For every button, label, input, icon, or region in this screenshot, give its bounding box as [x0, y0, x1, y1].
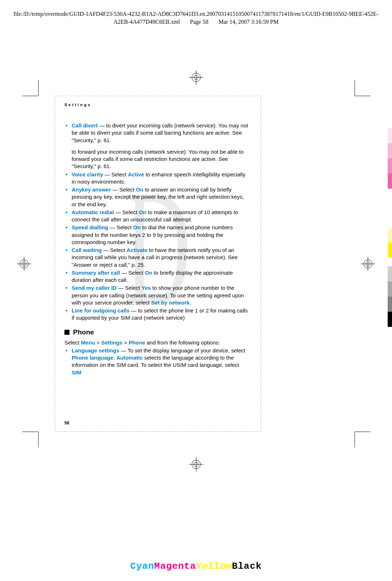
list-paragraph: to forward your incoming calls (network …: [72, 148, 250, 170]
list-item: Call waiting — Select Activate to have t…: [64, 247, 250, 269]
phone-heading: Phone: [64, 328, 250, 336]
header-page: Page 58: [190, 19, 208, 25]
square-bullet-icon: [64, 330, 69, 335]
registration-mark-icon: [189, 457, 203, 472]
list-item: Send my caller ID — Select Yes to show y…: [64, 284, 250, 306]
list-item: Voice clarity — Select Active to enhance…: [64, 171, 250, 186]
color-swatch-bar: [388, 128, 392, 327]
list-item: Summary after call — Select On to briefl…: [64, 269, 250, 284]
list-item: Speed dialling — Select On to dial the n…: [64, 224, 250, 246]
list-item: Line for outgoing calls — to select the …: [64, 307, 250, 322]
page-number: 58: [64, 420, 69, 425]
crop-mark-icon: [22, 432, 38, 432]
crop-mark-icon: [38, 432, 39, 447]
crop-mark-icon: [355, 432, 355, 447]
phone-intro: Select Menu > Settings > Phone and from …: [64, 339, 250, 346]
registration-mark-icon: [189, 70, 203, 85]
page-content: D Settings Call divert — to divert your …: [55, 96, 261, 432]
list-item: Anykey answer — Select On to answer an i…: [64, 186, 250, 208]
running-head: Settings: [64, 103, 250, 107]
registration-mark-icon: [361, 257, 375, 271]
registration-mark-icon: [17, 257, 31, 271]
header-path: file:/D:/temp/overmode/GUID-1AFD4F23-530…: [13, 11, 378, 17]
cmyk-label: CyanMagentaYellowBlack: [0, 561, 392, 572]
header-date: Mar 14, 2007 3:16:59 PM: [218, 19, 279, 25]
list-item: Automatic redial — Select On to make a m…: [64, 209, 250, 224]
crop-mark-icon: [355, 432, 370, 432]
crop-mark-icon: [355, 96, 370, 96]
crop-mark-icon: [22, 96, 38, 96]
prepress-header: file:/D:/temp/overmode/GUID-1AFD4F23-530…: [0, 10, 392, 26]
list-item: Language settings — To set the display l…: [64, 347, 250, 376]
list-item: Call divert — to divert your incoming ca…: [64, 122, 250, 144]
settings-list: Call divert — to divert your incoming ca…: [64, 122, 250, 322]
crop-mark-icon: [355, 80, 355, 96]
phone-list: Language settings — To set the display l…: [64, 347, 250, 376]
crop-mark-icon: [38, 80, 39, 96]
header-file: A2EB-4A477D49C6EB.xml: [113, 19, 180, 25]
